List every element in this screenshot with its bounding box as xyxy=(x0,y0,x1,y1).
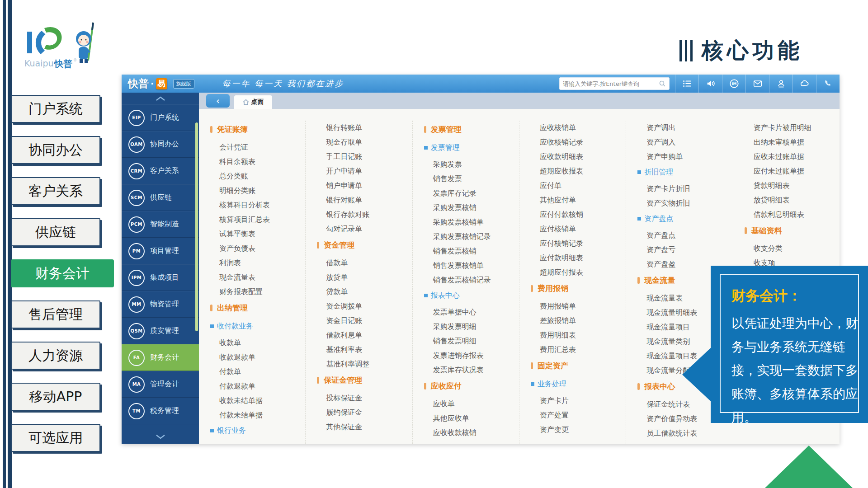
menu-entry[interactable]: 应付单 xyxy=(533,178,626,193)
mail-icon[interactable] xyxy=(745,75,769,93)
menu-entry[interactable]: 发票进销存报表 xyxy=(426,348,519,363)
menu-entry[interactable]: 采购发票核销 xyxy=(426,201,519,215)
menu-entry[interactable]: 固定资产 xyxy=(531,358,626,373)
menu-entry[interactable]: 应收未过账单据 xyxy=(747,150,840,164)
menu-entry[interactable]: 资金管理 xyxy=(317,237,412,253)
user-icon[interactable] xyxy=(769,75,793,93)
menu-entry[interactable]: 借款利息明细表 xyxy=(747,207,840,222)
sidebar-module[interactable]: IPM 集成项目 xyxy=(122,264,199,291)
im-icon[interactable]: IM xyxy=(722,75,745,93)
menu-entry[interactable]: 贷款单 xyxy=(319,285,412,299)
menu-entry[interactable]: 应收核销记录 xyxy=(533,135,626,150)
nav-item[interactable]: 移动APP xyxy=(11,383,100,411)
nav-item[interactable]: 门户系统 xyxy=(11,95,100,123)
sidebar-module[interactable]: EIP 门户系统 xyxy=(122,104,199,131)
nav-item[interactable]: 供应链 xyxy=(11,218,100,246)
menu-entry[interactable]: 超期应收报表 xyxy=(533,164,626,178)
menu-entry[interactable]: 手工日记账 xyxy=(319,150,412,164)
phone-icon[interactable] xyxy=(816,75,840,93)
menu-entry[interactable]: 资产卡片 xyxy=(533,394,626,408)
tab-desktop[interactable]: 桌面 xyxy=(234,95,272,109)
menu-entry[interactable]: 采购发票核销单 xyxy=(426,215,519,230)
menu-entry[interactable]: 差旅报销单 xyxy=(533,314,626,328)
menu-entry[interactable]: 收支分类 xyxy=(747,241,840,256)
menu-entry[interactable]: 应收单 xyxy=(426,397,519,411)
menu-entry[interactable]: 应付未过账单据 xyxy=(747,164,840,178)
menu-entry[interactable]: 资产调出 xyxy=(640,121,732,135)
menu-entry[interactable]: 开户申请单 xyxy=(319,164,412,178)
menu-entry[interactable]: 采购发票明细 xyxy=(426,319,519,334)
menu-entry[interactable]: 应付核销单 xyxy=(533,222,626,236)
scroll-up-chevron[interactable] xyxy=(122,93,199,104)
menu-entry[interactable]: 贷款明细表 xyxy=(747,178,840,193)
menu-entry[interactable]: 资产负债表 xyxy=(212,241,305,256)
menu-entry[interactable]: 银行业务 xyxy=(210,423,305,438)
menu-entry[interactable]: 采购发票 xyxy=(426,157,519,172)
menu-entry[interactable]: 资产盘亏 xyxy=(640,243,732,257)
sidebar-scrollbar[interactable] xyxy=(195,122,198,331)
menu-entry[interactable]: 付款退款单 xyxy=(212,379,305,394)
search-icon[interactable] xyxy=(659,80,666,87)
menu-entry[interactable]: 费用报销单 xyxy=(533,299,626,314)
menu-entry[interactable]: 费用报销 xyxy=(531,281,626,296)
menu-entry[interactable]: 银行存款对账 xyxy=(319,207,412,222)
menu-entry[interactable]: 费用汇总表 xyxy=(533,343,626,357)
list-icon[interactable] xyxy=(675,75,698,93)
menu-entry[interactable]: 资金日记账 xyxy=(319,314,412,328)
menu-entry[interactable]: 发票库存记录 xyxy=(426,186,519,201)
menu-entry[interactable]: 资产盘点 xyxy=(640,228,732,243)
menu-entry[interactable]: 销户申请单 xyxy=(319,178,412,193)
menu-entry[interactable]: 资产处置 xyxy=(533,408,626,422)
menu-entry[interactable]: 付款未结单据 xyxy=(212,408,305,422)
menu-entry[interactable]: 其他应付单 xyxy=(533,193,626,207)
sidebar-module[interactable]: MM 物资管理 xyxy=(122,291,199,318)
menu-entry[interactable]: 销售发票核销单 xyxy=(426,258,519,273)
menu-entry[interactable]: 资产实物折旧 xyxy=(640,196,732,211)
menu-entry[interactable]: 放贷单 xyxy=(319,270,412,285)
back-button[interactable]: ‹ xyxy=(206,94,230,108)
menu-entry[interactable]: 收付款业务 xyxy=(210,319,305,334)
menu-entry[interactable]: 发票管理 xyxy=(424,140,519,155)
menu-entry[interactable]: 收款单 xyxy=(212,336,305,350)
menu-entry[interactable]: 应付付款核销 xyxy=(533,207,626,222)
menu-entry[interactable]: 资产调入 xyxy=(640,135,732,150)
menu-entry[interactable]: 折旧管理 xyxy=(637,164,732,180)
menu-entry[interactable]: 应收款明细表 xyxy=(533,150,626,164)
menu-entry[interactable]: 保证金管理 xyxy=(317,372,412,388)
menu-entry[interactable]: 销售发票核销记录 xyxy=(426,273,519,287)
menu-entry[interactable]: 发票管理 xyxy=(424,122,519,137)
sidebar-module[interactable]: MA 管理会计 xyxy=(122,371,199,398)
menu-entry[interactable]: 借款单 xyxy=(319,256,412,270)
menu-entry[interactable]: 发票库存状况表 xyxy=(426,363,519,377)
menu-entry[interactable]: 采购发票核销记录 xyxy=(426,230,519,244)
menu-entry[interactable]: 试算平衡表 xyxy=(212,227,305,241)
menu-entry[interactable]: 利润表 xyxy=(212,256,305,270)
menu-entry[interactable]: 银行对账单 xyxy=(319,193,412,207)
menu-entry[interactable]: 应收核销单 xyxy=(533,121,626,135)
sidebar-module[interactable]: OAM 协同办公 xyxy=(122,131,199,158)
sidebar-module[interactable]: PCM 智能制造 xyxy=(122,211,199,238)
sidebar-module[interactable]: SCM 供应链 xyxy=(122,184,199,211)
nav-item[interactable]: 协同办公 xyxy=(11,136,100,164)
menu-entry[interactable]: 销售发票 xyxy=(426,172,519,186)
menu-entry[interactable]: 超期应付报表 xyxy=(533,265,626,280)
menu-entry[interactable]: 现金流量表 xyxy=(212,270,305,285)
menu-entry[interactable]: 财务报表配置 xyxy=(212,285,305,299)
cloud-icon[interactable] xyxy=(793,75,816,93)
sidebar-module[interactable]: CRM 客户关系 xyxy=(122,158,199,184)
nav-item[interactable]: 财务会计 xyxy=(11,259,114,287)
menu-entry[interactable]: 发票单据中心 xyxy=(426,305,519,319)
menu-entry[interactable]: 借款利息单 xyxy=(319,328,412,343)
menu-entry[interactable]: 其他保证金 xyxy=(319,420,412,434)
menu-entry[interactable]: 资产变更 xyxy=(533,422,626,437)
menu-entry[interactable]: 总分类账 xyxy=(212,169,305,183)
menu-entry[interactable]: 资产申购单 xyxy=(640,150,732,164)
sidebar-module[interactable]: PM 项目管理 xyxy=(122,238,199,264)
menu-entry[interactable]: 基准利率调整 xyxy=(319,357,412,371)
nav-item[interactable]: 可选应用 xyxy=(11,424,100,452)
menu-entry[interactable]: 现金存取单 xyxy=(319,135,412,150)
menu-entry[interactable]: 业务处理 xyxy=(531,376,626,392)
menu-entry[interactable]: 应付款明细表 xyxy=(533,251,626,265)
menu-entry[interactable]: 应收应付 xyxy=(424,378,519,394)
scroll-down-chevron[interactable] xyxy=(122,431,199,443)
